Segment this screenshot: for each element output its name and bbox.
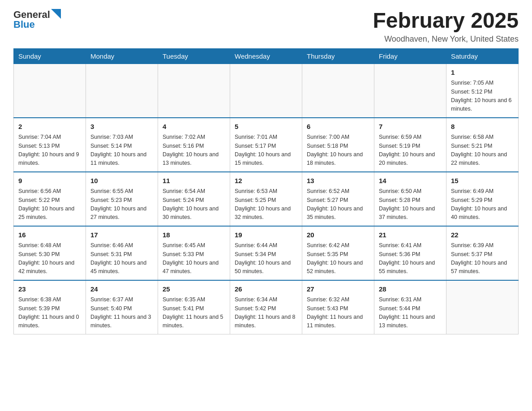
day-number: 16	[18, 230, 81, 240]
day-info: Sunrise: 6:52 AM Sunset: 5:27 PM Dayligh…	[307, 187, 369, 222]
day-info: Sunrise: 6:42 AM Sunset: 5:35 PM Dayligh…	[307, 241, 369, 276]
table-row: 24Sunrise: 6:37 AM Sunset: 5:40 PM Dayli…	[86, 280, 158, 334]
table-row: 13Sunrise: 6:52 AM Sunset: 5:27 PM Dayli…	[302, 172, 374, 226]
day-info: Sunrise: 6:34 AM Sunset: 5:42 PM Dayligh…	[235, 295, 297, 330]
weekday-header-row: Sunday Monday Tuesday Wednesday Thursday…	[14, 48, 519, 64]
table-row: 9Sunrise: 6:56 AM Sunset: 5:22 PM Daylig…	[14, 172, 86, 226]
day-info: Sunrise: 7:05 AM Sunset: 5:12 PM Dayligh…	[451, 79, 514, 114]
header-saturday: Saturday	[446, 48, 519, 64]
day-info: Sunrise: 6:32 AM Sunset: 5:43 PM Dayligh…	[307, 295, 369, 330]
day-number: 14	[379, 176, 442, 186]
day-info: Sunrise: 6:48 AM Sunset: 5:30 PM Dayligh…	[18, 241, 81, 276]
day-number: 10	[90, 176, 153, 186]
day-info: Sunrise: 6:58 AM Sunset: 5:21 PM Dayligh…	[451, 133, 514, 168]
table-row: 4Sunrise: 7:02 AM Sunset: 5:16 PM Daylig…	[158, 118, 230, 172]
day-number: 2	[18, 122, 81, 132]
title-block: February 2025 Woodhaven, New York, Unite…	[373, 9, 519, 44]
day-info: Sunrise: 6:59 AM Sunset: 5:19 PM Dayligh…	[379, 133, 442, 168]
day-info: Sunrise: 6:54 AM Sunset: 5:24 PM Dayligh…	[163, 187, 225, 222]
day-info: Sunrise: 6:37 AM Sunset: 5:40 PM Dayligh…	[90, 295, 153, 330]
day-info: Sunrise: 7:01 AM Sunset: 5:17 PM Dayligh…	[235, 133, 297, 168]
day-info: Sunrise: 7:03 AM Sunset: 5:14 PM Dayligh…	[90, 133, 153, 168]
header-thursday: Thursday	[302, 48, 374, 64]
day-number: 7	[379, 122, 442, 132]
day-info: Sunrise: 6:50 AM Sunset: 5:28 PM Dayligh…	[379, 187, 442, 222]
table-row: 8Sunrise: 6:58 AM Sunset: 5:21 PM Daylig…	[446, 118, 519, 172]
calendar-row: 23Sunrise: 6:38 AM Sunset: 5:39 PM Dayli…	[14, 280, 519, 334]
day-info: Sunrise: 6:41 AM Sunset: 5:36 PM Dayligh…	[379, 241, 442, 276]
day-info: Sunrise: 6:55 AM Sunset: 5:23 PM Dayligh…	[90, 187, 153, 222]
day-number: 20	[307, 230, 369, 240]
table-row: 6Sunrise: 7:00 AM Sunset: 5:18 PM Daylig…	[302, 118, 374, 172]
calendar-title: February 2025	[373, 9, 519, 33]
table-row	[14, 64, 86, 118]
day-number: 21	[379, 230, 442, 240]
calendar-row: 16Sunrise: 6:48 AM Sunset: 5:30 PM Dayli…	[14, 226, 519, 280]
day-number: 27	[307, 284, 369, 295]
day-info: Sunrise: 6:39 AM Sunset: 5:37 PM Dayligh…	[451, 241, 514, 276]
day-number: 11	[163, 176, 225, 186]
day-number: 13	[307, 176, 369, 186]
table-row: 23Sunrise: 6:38 AM Sunset: 5:39 PM Dayli…	[14, 280, 86, 334]
day-number: 9	[18, 176, 81, 186]
calendar-row: 9Sunrise: 6:56 AM Sunset: 5:22 PM Daylig…	[14, 172, 519, 226]
table-row: 28Sunrise: 6:31 AM Sunset: 5:44 PM Dayli…	[374, 280, 446, 334]
table-row: 12Sunrise: 6:53 AM Sunset: 5:25 PM Dayli…	[230, 172, 302, 226]
table-row: 21Sunrise: 6:41 AM Sunset: 5:36 PM Dayli…	[374, 226, 446, 280]
table-row: 22Sunrise: 6:39 AM Sunset: 5:37 PM Dayli…	[446, 226, 519, 280]
logo: General Blue	[13, 9, 61, 30]
day-info: Sunrise: 7:02 AM Sunset: 5:16 PM Dayligh…	[163, 133, 225, 168]
day-info: Sunrise: 6:49 AM Sunset: 5:29 PM Dayligh…	[451, 187, 514, 222]
day-number: 24	[90, 284, 153, 295]
calendar-table: Sunday Monday Tuesday Wednesday Thursday…	[13, 48, 519, 334]
table-row	[86, 64, 158, 118]
header-monday: Monday	[86, 48, 158, 64]
table-row: 19Sunrise: 6:44 AM Sunset: 5:34 PM Dayli…	[230, 226, 302, 280]
table-row: 25Sunrise: 6:35 AM Sunset: 5:41 PM Dayli…	[158, 280, 230, 334]
table-row	[374, 64, 446, 118]
day-number: 25	[163, 284, 225, 295]
table-row: 1Sunrise: 7:05 AM Sunset: 5:12 PM Daylig…	[446, 64, 519, 118]
day-info: Sunrise: 6:44 AM Sunset: 5:34 PM Dayligh…	[235, 241, 297, 276]
day-number: 4	[163, 122, 225, 132]
svg-marker-0	[51, 9, 61, 19]
day-info: Sunrise: 6:53 AM Sunset: 5:25 PM Dayligh…	[235, 187, 297, 222]
page-header: General Blue February 2025 Woodhaven, Ne…	[13, 9, 519, 44]
day-number: 8	[451, 122, 514, 132]
table-row	[302, 64, 374, 118]
table-row: 18Sunrise: 6:45 AM Sunset: 5:33 PM Dayli…	[158, 226, 230, 280]
table-row: 20Sunrise: 6:42 AM Sunset: 5:35 PM Dayli…	[302, 226, 374, 280]
table-row: 26Sunrise: 6:34 AM Sunset: 5:42 PM Dayli…	[230, 280, 302, 334]
logo-triangle-icon	[51, 9, 61, 19]
day-number: 19	[235, 230, 297, 240]
day-info: Sunrise: 6:46 AM Sunset: 5:31 PM Dayligh…	[90, 241, 153, 276]
table-row: 10Sunrise: 6:55 AM Sunset: 5:23 PM Dayli…	[86, 172, 158, 226]
table-row: 15Sunrise: 6:49 AM Sunset: 5:29 PM Dayli…	[446, 172, 519, 226]
calendar-row: 1Sunrise: 7:05 AM Sunset: 5:12 PM Daylig…	[14, 64, 519, 118]
day-number: 26	[235, 284, 297, 295]
table-row: 11Sunrise: 6:54 AM Sunset: 5:24 PM Dayli…	[158, 172, 230, 226]
table-row	[446, 280, 519, 334]
day-info: Sunrise: 6:35 AM Sunset: 5:41 PM Dayligh…	[163, 295, 225, 330]
table-row	[230, 64, 302, 118]
header-wednesday: Wednesday	[230, 48, 302, 64]
day-number: 6	[307, 122, 369, 132]
day-info: Sunrise: 6:56 AM Sunset: 5:22 PM Dayligh…	[18, 187, 81, 222]
day-number: 18	[163, 230, 225, 240]
day-number: 22	[451, 230, 514, 240]
table-row: 5Sunrise: 7:01 AM Sunset: 5:17 PM Daylig…	[230, 118, 302, 172]
day-number: 28	[379, 284, 442, 295]
header-tuesday: Tuesday	[158, 48, 230, 64]
day-number: 5	[235, 122, 297, 132]
day-number: 17	[90, 230, 153, 240]
day-number: 3	[90, 122, 153, 132]
table-row: 3Sunrise: 7:03 AM Sunset: 5:14 PM Daylig…	[86, 118, 158, 172]
table-row: 17Sunrise: 6:46 AM Sunset: 5:31 PM Dayli…	[86, 226, 158, 280]
calendar-subtitle: Woodhaven, New York, United States	[373, 34, 519, 44]
table-row: 27Sunrise: 6:32 AM Sunset: 5:43 PM Dayli…	[302, 280, 374, 334]
day-info: Sunrise: 6:45 AM Sunset: 5:33 PM Dayligh…	[163, 241, 225, 276]
day-info: Sunrise: 7:04 AM Sunset: 5:13 PM Dayligh…	[18, 133, 81, 168]
table-row: 2Sunrise: 7:04 AM Sunset: 5:13 PM Daylig…	[14, 118, 86, 172]
table-row	[158, 64, 230, 118]
day-number: 1	[451, 68, 514, 78]
